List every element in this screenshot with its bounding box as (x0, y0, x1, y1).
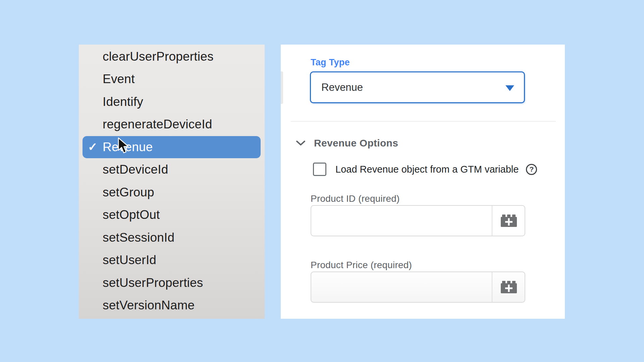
tag-type-label: Tag Type (311, 57, 350, 68)
product-id-label: Product ID (required) (311, 193, 400, 204)
page-background: { "background_color": "#c0ddfa", "menu":… (0, 0, 644, 362)
product-price-label: Product Price (required) (311, 260, 412, 270)
product-price-field (311, 272, 525, 303)
product-id-input[interactable] (311, 206, 488, 236)
menu-item[interactable]: Identify (79, 90, 265, 113)
menu-item[interactable]: Event (79, 68, 265, 91)
tag-type-selected-value: Revenue (311, 81, 363, 94)
load-revenue-checkbox[interactable] (313, 163, 326, 176)
chevron-down-icon (296, 140, 305, 146)
gtm-variable-brick-icon (501, 217, 517, 227)
gtm-variable-brick-icon (501, 283, 517, 293)
gtm-variable-picker-button[interactable] (492, 272, 525, 302)
menu-item-revenue-selected[interactable]: ✓ Revenue (83, 136, 261, 158)
load-revenue-checkbox-row: Load Revenue object from a GTM variable … (313, 162, 537, 177)
product-id-field (311, 205, 525, 236)
revenue-options-section-header[interactable]: Revenue Options (296, 137, 398, 149)
tag-configuration-panel: Tag Type Revenue Revenue Options Load Re… (281, 45, 565, 319)
tag-type-dropdown-menu: clearUserProperties Event Identify regen… (79, 45, 265, 319)
load-revenue-checkbox-label[interactable]: Load Revenue object from a GTM variable (335, 164, 519, 175)
menu-item[interactable]: setUserProperties (79, 272, 265, 294)
help-circle-icon[interactable]: ? (526, 164, 537, 175)
menu-item[interactable]: setVersionName (79, 294, 265, 317)
tag-type-select[interactable]: Revenue (310, 71, 525, 103)
product-price-input[interactable] (311, 272, 488, 302)
section-title: Revenue Options (314, 137, 398, 149)
menu-item[interactable]: setDeviceId (79, 159, 265, 181)
checkmark-icon: ✓ (88, 140, 98, 154)
menu-item[interactable]: setUserId (79, 249, 265, 272)
menu-item[interactable]: setOptOut (79, 204, 265, 227)
menu-item[interactable]: setGroup (79, 181, 265, 204)
arrow-cursor-icon (117, 137, 130, 154)
menu-item[interactable]: regenerateDeviceId (79, 113, 265, 136)
section-divider (291, 121, 556, 122)
caret-down-icon (505, 85, 514, 91)
menu-item[interactable]: setSessionId (79, 226, 265, 249)
menu-item[interactable]: clearUserProperties (79, 45, 265, 68)
gtm-variable-picker-button[interactable] (492, 206, 525, 236)
clipped-edge-element (281, 71, 283, 104)
